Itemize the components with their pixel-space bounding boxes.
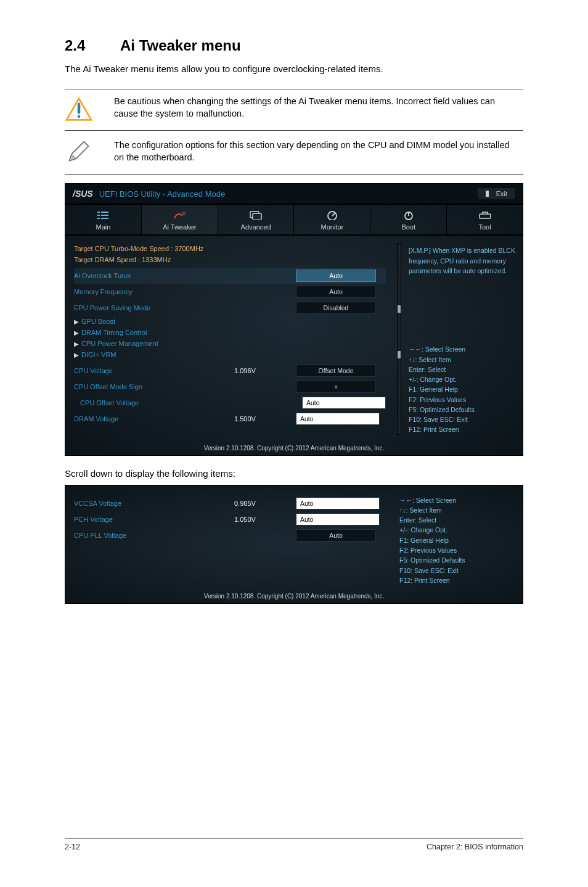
- tab-advanced-icon: [218, 210, 294, 221]
- row-cpu-pm[interactable]: ▶CPU Power Management: [74, 338, 386, 349]
- section-number: 2.4: [65, 37, 120, 54]
- tab-boot[interactable]: Boot: [370, 205, 447, 234]
- tab-monitor-label: Monitor: [294, 223, 370, 231]
- chevron-icon: ▶: [74, 329, 79, 336]
- label-memory-freq: Memory Frequency: [74, 288, 234, 295]
- svg-rect-3: [101, 212, 108, 213]
- target-dram-speed: Target DRAM Speed : 1333MHz: [74, 254, 386, 265]
- tab-advanced-label: Advanced: [218, 223, 294, 231]
- tab-tool-icon: [447, 210, 523, 221]
- tab-ai-tweaker[interactable]: Ai Tweaker: [142, 205, 218, 234]
- row-offset-voltage[interactable]: CPU Offset VoltageAuto: [74, 395, 386, 411]
- row-pch-voltage[interactable]: PCH Voltage1.050VAuto: [74, 511, 380, 527]
- val-cpu-pll[interactable]: Auto: [296, 529, 376, 542]
- tab-monitor[interactable]: Monitor: [294, 205, 370, 234]
- num-vccsa: 0.985V: [234, 500, 296, 507]
- help-line: Enter: Select: [409, 365, 523, 374]
- row-gpu-boost[interactable]: ▶GPU Boost: [74, 316, 386, 327]
- row-offset-sign[interactable]: CPU Offset Mode Sign+: [74, 379, 386, 395]
- chevron-icon: ▶: [74, 352, 79, 358]
- label-cpu-pm: CPU Power Management: [81, 340, 158, 347]
- exit-button[interactable]: Exit: [477, 188, 515, 200]
- tab-tool-label: Tool: [447, 223, 523, 231]
- val-pch[interactable]: Auto: [296, 513, 380, 526]
- help-keys: →←: Select Screen ↑↓: Select Item Enter:…: [399, 495, 523, 585]
- help-line: F12: Print Screen: [399, 576, 523, 585]
- row-ai-overclock[interactable]: Ai Overclock TunerAuto: [74, 268, 386, 284]
- help-line: F10: Save ESC: Exit: [399, 566, 523, 576]
- label-offset-voltage: CPU Offset Voltage: [74, 399, 240, 406]
- section-heading: 2.4Ai Tweaker menu: [65, 37, 523, 54]
- tab-boot-icon: [370, 210, 446, 221]
- tab-monitor-icon: [294, 210, 370, 221]
- bios-title: UEFI BIOS Utility - Advanced Mode: [99, 189, 225, 199]
- label-dram-voltage: DRAM Voltage: [74, 415, 234, 423]
- row-digi-vrm[interactable]: ▶DIGI+ VRM: [74, 349, 386, 360]
- row-cpu-voltage[interactable]: CPU Voltage1.096VOffset Mode: [74, 363, 386, 379]
- tab-main-icon: [65, 210, 141, 221]
- caution-box: Be cautious when changing the settings o…: [65, 89, 523, 131]
- help-line: F5: Optimized Defaults: [409, 405, 523, 415]
- row-dram-timing[interactable]: ▶DRAM Timing Control: [74, 327, 386, 338]
- val-vccsa[interactable]: Auto: [296, 497, 380, 510]
- scrollbar[interactable]: [397, 243, 401, 434]
- val-memory-freq[interactable]: Auto: [296, 286, 376, 298]
- exit-label: Exit: [496, 190, 507, 197]
- help-line: F10: Save ESC: Exit: [409, 415, 523, 424]
- label-cpu-voltage: CPU Voltage: [74, 367, 234, 374]
- help-line: ↑↓: Select Item: [409, 355, 523, 365]
- svg-rect-7: [101, 218, 108, 219]
- tab-tweaker-label: Ai Tweaker: [142, 223, 218, 231]
- help-line: →←: Select Screen: [409, 344, 523, 354]
- help-line: F1: General Help: [409, 384, 523, 394]
- bios-footer: Version 2.10.1208. Copyright (C) 2012 Am…: [65, 440, 523, 455]
- val-dram-voltage[interactable]: Auto: [296, 413, 380, 425]
- row-memory-freq[interactable]: Memory FrequencyAuto: [74, 284, 386, 300]
- label-dram-timing: DRAM Timing Control: [81, 329, 147, 336]
- help-keys: →←: Select Screen ↑↓: Select Item Enter:…: [409, 344, 523, 434]
- val-ai-overclock[interactable]: Auto: [296, 270, 376, 282]
- note-icon: [65, 141, 93, 168]
- chapter-title: Chapter 2: BIOS information: [427, 843, 523, 851]
- bios-tabs: Main Ai Tweaker Advanced Monitor Boot To…: [65, 205, 523, 236]
- label-ai-overclock: Ai Overclock Tuner: [74, 272, 234, 279]
- help-line: F5: Optimized Defaults: [399, 555, 523, 565]
- warning-icon: [65, 97, 93, 124]
- label-epu: EPU Power Saving Mode: [74, 304, 234, 311]
- label-digi-vrm: DIGI+ VRM: [81, 351, 116, 358]
- row-epu[interactable]: EPU Power Saving ModeDisabled: [74, 300, 386, 316]
- note-text: The configuration options for this secti…: [114, 139, 523, 163]
- tab-tool[interactable]: Tool: [447, 205, 523, 234]
- val-epu[interactable]: Disabled: [296, 302, 376, 314]
- svg-rect-15: [480, 214, 491, 218]
- row-cpu-pll-voltage[interactable]: CPU PLL VoltageAuto: [74, 527, 380, 543]
- svg-rect-4: [97, 215, 100, 216]
- tab-tweaker-icon: [142, 210, 218, 221]
- svg-line-12: [332, 213, 335, 216]
- caution-text: Be cautious when changing the settings o…: [114, 96, 523, 120]
- scroll-thumb[interactable]: [398, 305, 401, 313]
- row-dram-voltage[interactable]: DRAM Voltage1.500VAuto: [74, 411, 386, 427]
- chevron-icon: ▶: [74, 318, 79, 325]
- row-vccsa-voltage[interactable]: VCCSA Voltage0.985VAuto: [74, 495, 380, 511]
- tab-boot-label: Boot: [370, 223, 446, 231]
- num-dram-voltage: 1.500V: [234, 415, 296, 423]
- help-line: F1: General Help: [399, 535, 523, 545]
- bios-footer: Version 2.10.1208. Copyright (C) 2012 Am…: [65, 588, 523, 603]
- svg-point-1: [78, 115, 81, 118]
- bios-screenshot-main: /SUS UEFI BIOS Utility - Advanced Mode E…: [65, 183, 523, 455]
- help-line: Enter: Select: [399, 515, 523, 525]
- svg-rect-5: [101, 215, 108, 216]
- val-cpu-voltage[interactable]: Offset Mode: [296, 365, 376, 377]
- val-offset-voltage[interactable]: Auto: [302, 397, 386, 409]
- num-pch: 1.050V: [234, 516, 296, 523]
- label-vccsa: VCCSA Voltage: [74, 500, 234, 507]
- scroll-down-text: Scroll down to display the following ite…: [65, 468, 523, 479]
- scroll-thumb[interactable]: [398, 351, 401, 358]
- tab-main[interactable]: Main: [65, 205, 142, 234]
- val-offset-sign[interactable]: +: [296, 381, 376, 393]
- svg-rect-10: [253, 213, 261, 220]
- num-cpu-voltage: 1.096V: [234, 367, 296, 374]
- help-line: +/-: Change Opt.: [399, 525, 523, 535]
- tab-advanced[interactable]: Advanced: [218, 205, 295, 234]
